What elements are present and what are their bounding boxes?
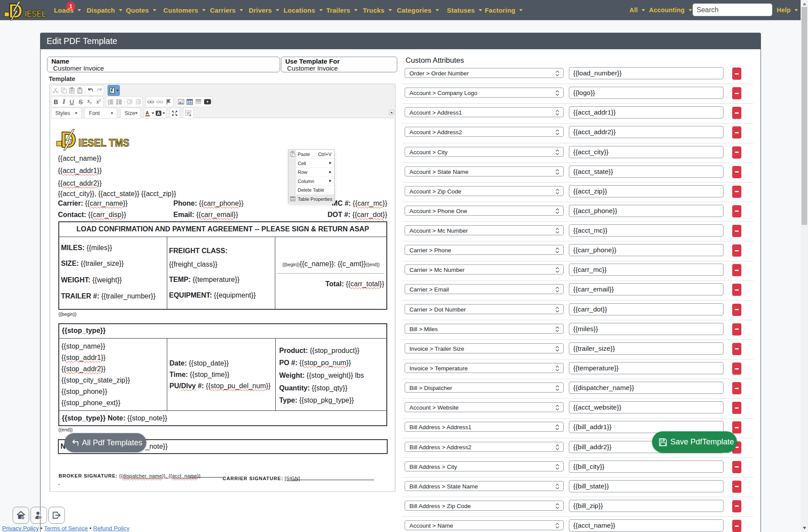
svg-text:IESEL: IESEL bbox=[25, 8, 46, 19]
svg-text:IESEL TMS: IESEL TMS bbox=[78, 137, 129, 149]
svg-text:3: 3 bbox=[108, 102, 109, 105]
svg-text:A: A bbox=[145, 110, 149, 115]
svg-text:A: A bbox=[157, 111, 160, 115]
